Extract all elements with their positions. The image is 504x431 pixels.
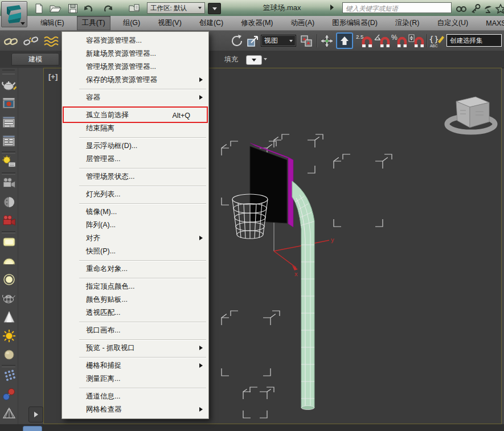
key-icon[interactable] xyxy=(469,2,482,14)
undo-button[interactable] xyxy=(81,2,95,14)
percent-label: % xyxy=(391,34,398,42)
menu-item-perspective-match[interactable]: 透视匹配... xyxy=(62,306,208,319)
project-folder-icon[interactable] xyxy=(128,2,141,14)
menu-modifiers[interactable]: 修改器(M) xyxy=(236,16,278,30)
application-logo-button[interactable] xyxy=(1,1,27,27)
sunlight-button[interactable] xyxy=(2,329,17,343)
menu-rendering[interactable]: 渲染(R) xyxy=(390,16,424,30)
named-selection-set-field[interactable]: 创建选择集 xyxy=(446,34,502,47)
menu-views[interactable]: 视图(V) xyxy=(153,16,187,30)
communication-center-icon[interactable] xyxy=(482,2,495,14)
menu-item-grids-and-snaps[interactable]: 栅格和捕捉 xyxy=(62,359,208,372)
menu-item-new-scene-explorer[interactable]: 新建场景资源管理器... xyxy=(62,47,208,60)
menu-item-mesh-inspector[interactable]: 网格检查器 xyxy=(62,403,208,416)
dome-light-button[interactable] xyxy=(2,253,17,268)
angle-snap-toggle-button[interactable] xyxy=(374,33,391,48)
menu-maxscript[interactable]: MAXScript(X) xyxy=(481,16,504,30)
search-input[interactable] xyxy=(343,4,457,14)
camera-projector-button[interactable] xyxy=(2,176,17,191)
expand-arrow-icon[interactable] xyxy=(330,5,334,10)
open-file-icon[interactable] xyxy=(48,2,62,14)
sphere-button[interactable] xyxy=(2,347,17,362)
menu-item-preview-grab-viewport[interactable]: 预览 - 抓取视口 xyxy=(62,342,208,355)
menu-item-isolate-selection[interactable]: 孤立当前选择Alt+Q xyxy=(62,109,208,122)
unlink-selection-button[interactable] xyxy=(23,33,38,48)
camera-target-pyramid-button[interactable] xyxy=(2,406,17,421)
ribbon-options-arrow-icon[interactable] xyxy=(264,58,267,60)
toolbar-overflow-button[interactable] xyxy=(28,407,43,422)
ribbon-tab-modeling[interactable]: 建模 xyxy=(11,53,59,65)
menu-animation[interactable]: 动画(A) xyxy=(285,16,319,30)
menu-item-color-clipboard[interactable]: 颜色剪贴板... xyxy=(62,293,208,306)
area-light-button[interactable] xyxy=(2,235,17,249)
menu-customize[interactable]: 自定义(U) xyxy=(432,16,473,30)
keyboard-override-toggle[interactable] xyxy=(336,32,353,49)
viewcube[interactable] xyxy=(447,97,495,132)
menu-item-light-lister[interactable]: 灯光列表... xyxy=(62,188,208,201)
menu-bar: 编辑(E) 工具(T) 组(G) 视图(V) 创建(C) 修改器(M) 动画(A… xyxy=(0,16,504,31)
select-and-rotate-button[interactable] xyxy=(229,33,244,48)
pole-object[interactable] xyxy=(292,181,314,410)
menu-item-manage-scene-states[interactable]: 管理场景状态... xyxy=(62,170,208,183)
edit-named-selection-sets-button[interactable]: {}ABC xyxy=(428,33,445,48)
light-lister-button[interactable] xyxy=(2,155,17,170)
wireframe-teapot-button[interactable] xyxy=(2,291,17,306)
menu-item-snapshot[interactable]: 快照(P)... xyxy=(62,245,208,258)
video-camera-red-button[interactable] xyxy=(2,214,17,228)
menu-item-manage-scene-explorer[interactable]: 管理场景资源管理器... xyxy=(62,60,208,73)
percent-snap-toggle-button[interactable]: % xyxy=(391,33,408,48)
particle-array-button[interactable] xyxy=(2,368,17,383)
menu-item-containers[interactable]: 容器 xyxy=(62,91,208,104)
search-help-icon[interactable] xyxy=(455,2,468,14)
new-file-icon[interactable] xyxy=(32,2,46,14)
menu-separator xyxy=(62,104,208,109)
select-and-scale-button[interactable] xyxy=(245,33,260,48)
material-editor-teapot-button[interactable] xyxy=(2,77,17,92)
menu-item-container-explorer[interactable]: 容器资源管理器... xyxy=(62,34,208,47)
backboard-object[interactable] xyxy=(250,143,293,227)
menu-item-viewport-canvas[interactable]: 视口画布... xyxy=(62,324,208,337)
select-and-link-button[interactable] xyxy=(3,33,18,48)
menu-item-channel-info[interactable]: 通道信息... xyxy=(62,390,208,403)
reference-coordinate-system-dropdown[interactable]: 视图 xyxy=(261,35,296,47)
menu-item-mirror[interactable]: 镜像(M)... xyxy=(62,206,208,219)
snap-toggle-2-5d-button[interactable]: 2.5 xyxy=(355,33,373,48)
menu-graph-editors[interactable]: 图形编辑器(D) xyxy=(327,16,383,30)
menu-separator xyxy=(62,258,208,262)
use-pivot-point-center-button[interactable] xyxy=(298,33,314,48)
viewport-label[interactable]: [+] xyxy=(48,72,58,81)
quick-access-menu-button[interactable] xyxy=(208,3,221,14)
workspace-selector[interactable]: 工作区: 默认 xyxy=(147,2,205,14)
batch-render-dialog-button[interactable] xyxy=(2,134,17,149)
menu-edit[interactable]: 编辑(E) xyxy=(35,16,69,30)
menu-item-saved-scene-explorers[interactable]: 保存的场景资源管理器 xyxy=(62,73,208,87)
ribbon-minimize-button[interactable] xyxy=(246,55,262,65)
menu-item-display-floater[interactable]: 显示浮动框(D)... xyxy=(62,139,208,153)
chevron-down-icon xyxy=(252,59,256,61)
menu-separator xyxy=(62,201,208,206)
rendered-frame-window-button[interactable] xyxy=(2,96,17,111)
menu-item-end-isolate[interactable]: 结束隔离 xyxy=(62,122,208,135)
menu-item-rename-objects[interactable]: 重命名对象... xyxy=(62,262,208,276)
redo-button[interactable] xyxy=(101,2,115,14)
render-setup-dialog-button[interactable] xyxy=(2,115,17,130)
bind-to-space-warp-button[interactable] xyxy=(43,33,59,48)
menu-item-align[interactable]: 对齐 xyxy=(62,232,208,245)
menu-item-array[interactable]: 阵列(A)... xyxy=(62,219,208,232)
molecule-dynamics-button[interactable] xyxy=(2,387,17,402)
select-and-manipulate-button[interactable] xyxy=(319,33,334,48)
favorites-star-icon[interactable] xyxy=(494,2,504,14)
headlight-sphere-button[interactable] xyxy=(2,195,17,210)
search-box[interactable] xyxy=(342,2,452,13)
toolbar-drag-handle[interactable] xyxy=(2,69,15,75)
menu-group[interactable]: 组(G) xyxy=(118,16,146,30)
menu-tools[interactable]: 工具(T) xyxy=(77,16,110,30)
save-icon[interactable] xyxy=(66,2,80,14)
menu-item-measure-distance[interactable]: 测量距离... xyxy=(62,372,208,385)
menu-create[interactable]: 创建(C) xyxy=(194,16,228,30)
menu-item-layer-manager[interactable]: 层管理器... xyxy=(62,153,208,166)
spinner-snap-toggle-button[interactable] xyxy=(408,33,425,48)
menu-item-assign-vertex-colors[interactable]: 指定顶点颜色... xyxy=(62,280,208,293)
omni-light-button[interactable] xyxy=(2,272,17,287)
spotlight-cone-button[interactable] xyxy=(2,310,17,325)
